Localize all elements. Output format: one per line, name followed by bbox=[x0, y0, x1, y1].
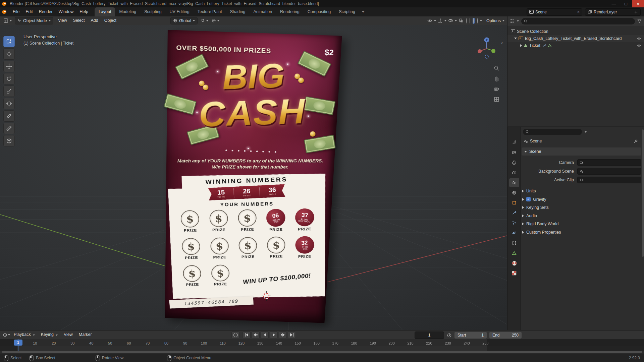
section-custom-properties[interactable]: Custom Properties bbox=[522, 228, 641, 237]
timeline-scrollbar[interactable] bbox=[2, 351, 642, 353]
menu-file[interactable]: File bbox=[10, 7, 22, 16]
zoom-button[interactable] bbox=[492, 64, 501, 72]
workspace-tab-layout[interactable]: Layout bbox=[95, 7, 115, 16]
tab-scene[interactable] bbox=[509, 178, 519, 187]
workspace-tab-rendering[interactable]: Rendering bbox=[276, 7, 304, 16]
options-chevron-icon[interactable] bbox=[502, 20, 504, 21]
filter-icon[interactable] bbox=[637, 19, 642, 23]
maximize-button[interactable]: □ bbox=[620, 0, 632, 7]
shading-chevron-icon[interactable] bbox=[480, 20, 482, 21]
cursor-tool[interactable] bbox=[3, 48, 15, 60]
shading-wireframe-button[interactable] bbox=[465, 18, 467, 24]
tab-modifiers[interactable] bbox=[509, 208, 519, 217]
workspace-tab-scripting[interactable]: Scripting bbox=[335, 7, 359, 16]
gizmo-z-neg-axis[interactable] bbox=[485, 55, 488, 58]
preview-range-clock-icon[interactable] bbox=[447, 333, 452, 338]
timeline-menu-playback[interactable]: Playback bbox=[11, 330, 38, 339]
transform-orientation-selector[interactable]: Global bbox=[170, 17, 198, 24]
timeline-menu-view[interactable]: View bbox=[61, 330, 76, 339]
prize-spot[interactable]: $PRIZE bbox=[176, 238, 206, 265]
gravity-checkbox[interactable]: ✓ bbox=[526, 197, 531, 201]
viewport-menu-view[interactable]: View bbox=[55, 16, 70, 25]
workspace-tab-sculpting[interactable]: Sculpting bbox=[140, 7, 165, 16]
scene-browse-icon[interactable] bbox=[529, 10, 534, 14]
view-layer-name[interactable]: RenderLayer bbox=[594, 10, 632, 14]
minimize-button[interactable]: — bbox=[608, 0, 620, 7]
camera-field-input[interactable] bbox=[577, 159, 641, 166]
outliner-search-input[interactable] bbox=[521, 18, 635, 24]
add-workspace-button[interactable]: + bbox=[359, 7, 367, 16]
proportional-chevron-icon[interactable] bbox=[217, 20, 219, 21]
camera-view-button[interactable] bbox=[492, 84, 501, 93]
breadcrumb-label[interactable]: Scene bbox=[530, 139, 542, 143]
collection-expand-icon[interactable] bbox=[514, 38, 517, 39]
timeline-editor-icon[interactable] bbox=[3, 333, 7, 337]
tab-world[interactable] bbox=[509, 188, 519, 197]
prev-keyframe-button[interactable] bbox=[252, 331, 260, 338]
end-frame-field[interactable]: End250 bbox=[489, 332, 522, 339]
add-cube-tool[interactable] bbox=[3, 135, 15, 146]
prize-spot[interactable]: $PRIZE bbox=[204, 209, 233, 237]
workspace-tab-texture-paint[interactable]: Texture Paint bbox=[194, 7, 226, 16]
workspace-tab-uv-editing[interactable]: UV Editing bbox=[166, 7, 194, 16]
blender-menu-icon[interactable] bbox=[2, 9, 7, 14]
pan-hand-button[interactable] bbox=[492, 74, 501, 83]
gizmo-y-axis[interactable] bbox=[491, 49, 495, 53]
prize-spot[interactable]: $PRIZE bbox=[262, 236, 291, 263]
jump-to-end-button[interactable] bbox=[288, 331, 296, 338]
gizmo-x-axis[interactable] bbox=[478, 49, 482, 53]
section-gravity[interactable]: ✓Gravity bbox=[522, 195, 641, 204]
transform-tool[interactable] bbox=[3, 98, 15, 109]
navigation-gizmo[interactable]: Z bbox=[473, 35, 500, 62]
mode-selector[interactable]: Object Mode bbox=[15, 17, 53, 24]
tab-physics[interactable] bbox=[509, 229, 519, 237]
gizmos-toggle-icon[interactable] bbox=[438, 18, 443, 23]
view-layer-selector[interactable]: RenderLayer bbox=[585, 8, 641, 16]
outliner-row-scene-collection[interactable]: Scene Collection bbox=[507, 28, 644, 35]
close-button[interactable]: × bbox=[632, 0, 644, 7]
timeline-editor-chevron-icon[interactable] bbox=[8, 334, 10, 336]
start-frame-field[interactable]: Start1 bbox=[454, 332, 487, 339]
workspace-tab-animation[interactable]: Animation bbox=[250, 7, 276, 16]
object-expand-icon[interactable] bbox=[520, 44, 522, 47]
scene-unlink-icon[interactable]: × bbox=[577, 10, 580, 14]
current-frame-field[interactable]: 1 bbox=[415, 331, 444, 339]
active-clip-input[interactable] bbox=[577, 177, 641, 183]
shading-solid-button[interactable] bbox=[469, 18, 471, 24]
prize-spot[interactable]: 37$1,000ONE THOUPRIZE bbox=[290, 208, 319, 236]
tab-particles[interactable] bbox=[509, 219, 519, 227]
scene-collection-label[interactable]: Scene Collection bbox=[517, 29, 548, 34]
editor-type-icon[interactable] bbox=[3, 18, 8, 23]
editor-type-chevron-icon[interactable] bbox=[10, 20, 12, 21]
xray-toggle-icon[interactable] bbox=[459, 18, 464, 23]
viewport-menu-object[interactable]: Object bbox=[101, 16, 119, 25]
shading-material-button[interactable] bbox=[473, 18, 475, 24]
properties-scrollbar[interactable] bbox=[642, 129, 644, 257]
outliner-editor-chevron-icon[interactable] bbox=[517, 20, 519, 22]
scene-section-header[interactable]: Scene bbox=[522, 147, 641, 156]
options-button[interactable]: Options bbox=[486, 18, 501, 23]
measure-tool[interactable] bbox=[3, 123, 15, 134]
lottery-ticket-object[interactable]: OVER $500,000 IN PRIZES $2 BIG CASH Matc… bbox=[165, 30, 342, 323]
hide-in-viewport-icon[interactable] bbox=[637, 43, 641, 48]
workspace-tab-compositing[interactable]: Compositing bbox=[304, 7, 335, 16]
viewport-menu-select[interactable]: Select bbox=[70, 16, 88, 25]
prize-spot[interactable]: $PRIZE bbox=[178, 265, 207, 292]
ticket-object-label[interactable]: Ticket bbox=[529, 43, 540, 48]
workspace-tab-shading[interactable]: Shading bbox=[226, 7, 250, 16]
prize-spot[interactable]: $PRIZE bbox=[175, 210, 205, 238]
tab-material[interactable] bbox=[509, 259, 519, 267]
snapping-chevron-icon[interactable] bbox=[206, 20, 208, 21]
menu-render[interactable]: Render bbox=[36, 7, 56, 16]
tab-object-data[interactable] bbox=[509, 249, 519, 257]
annotate-tool[interactable] bbox=[3, 110, 15, 122]
proportional-editing-controls[interactable] bbox=[212, 18, 219, 23]
proportional-edit-icon[interactable] bbox=[212, 18, 216, 23]
prize-spot[interactable]: $PRIZE bbox=[205, 237, 234, 264]
overlays-toggle-icon[interactable] bbox=[448, 18, 453, 23]
magnet-icon[interactable] bbox=[201, 18, 205, 23]
rotate-tool[interactable] bbox=[3, 73, 15, 84]
hide-in-viewport-icon[interactable] bbox=[637, 36, 641, 41]
prize-spot[interactable]: 06$10.00TENPRIZE bbox=[261, 209, 290, 236]
tab-constraints[interactable] bbox=[509, 239, 519, 247]
